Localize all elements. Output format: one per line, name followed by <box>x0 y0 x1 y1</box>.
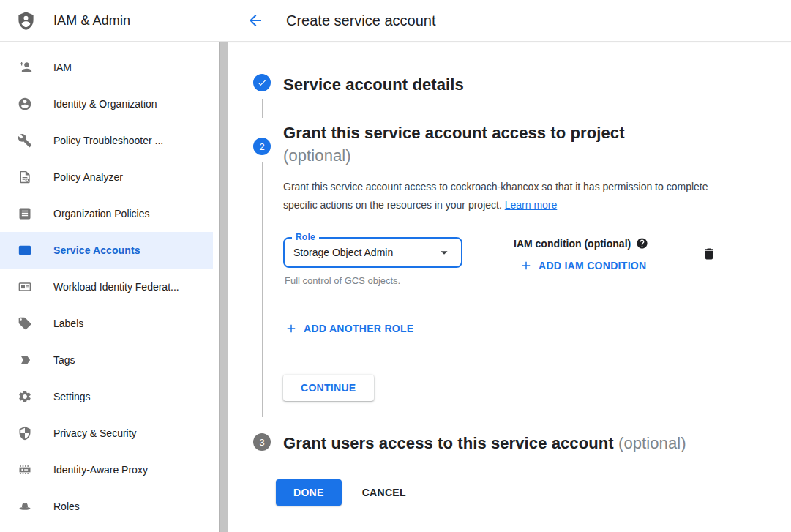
continue-button[interactable]: CONTINUE <box>283 375 374 401</box>
page-title: Create service account <box>286 12 436 29</box>
sidebar-item-tags[interactable]: Tags <box>0 342 213 378</box>
page-header: Create service account <box>228 0 791 42</box>
add-another-role-button[interactable]: ADD ANOTHER ROLE <box>285 322 414 335</box>
step1-complete-check-icon <box>253 74 271 91</box>
sidebar-item-label: Policy Analyzer <box>53 171 123 183</box>
sidebar-item-identity-aware-proxy[interactable]: Identity-Aware Proxy <box>0 452 213 488</box>
iam-admin-shield-icon <box>16 11 36 31</box>
form-footer: DONE CANCEL <box>276 479 791 506</box>
step3-optional-suffix: (optional) <box>618 434 686 452</box>
step-service-account-details: Service account details <box>253 74 791 118</box>
role-selected-value: Storage Object Admin <box>293 247 436 258</box>
sidebar-item-privacy-security[interactable]: Privacy & Security <box>0 415 213 452</box>
hat-icon <box>18 499 32 514</box>
sidebar-header: IAM & Admin <box>0 0 228 42</box>
document-check-icon <box>18 170 32 184</box>
sidebar-item-label: Policy Troubleshooter ... <box>53 135 163 146</box>
product-title: IAM & Admin <box>53 13 130 29</box>
id-card-icon <box>18 280 32 294</box>
label-important-icon <box>18 353 32 367</box>
iam-condition-label: IAM condition (optional) <box>514 238 631 250</box>
role-helper-text: Full control of GCS objects. <box>285 275 462 286</box>
help-icon[interactable] <box>636 237 648 250</box>
shield-half-icon <box>18 426 32 441</box>
sidebar-item-label: Tags <box>53 354 75 366</box>
cancel-button[interactable]: CANCEL <box>362 487 406 498</box>
step2-number-badge: 2 <box>253 138 271 155</box>
tag-icon <box>18 316 32 331</box>
sidebar-item-labels[interactable]: Labels <box>0 305 213 342</box>
sidebar-item-label: Service Accounts <box>53 244 140 256</box>
step-grant-users-access: 3 Grant users access to this service acc… <box>253 433 791 454</box>
sidebar-item-iam[interactable]: IAM <box>0 49 213 86</box>
sidebar-item-label: Privacy & Security <box>53 427 137 439</box>
done-button[interactable]: DONE <box>276 479 342 506</box>
role-row: Role Storage Object Admin Full control o… <box>283 237 716 286</box>
chevron-down-icon <box>436 244 452 261</box>
sidebar: IAM & Admin IAM Identity & Organization … <box>0 0 228 532</box>
role-field-label: Role <box>292 232 319 242</box>
sidebar-item-identity-organization[interactable]: Identity & Organization <box>0 86 213 122</box>
sidebar-item-label: Settings <box>53 391 91 402</box>
iam-condition-section: IAM condition (optional) ADD IAM CONDITI… <box>514 237 648 275</box>
sidebar-item-workload-identity-federation[interactable]: Workload Identity Federat... <box>0 269 213 305</box>
step2-title: Grant this service account access to pro… <box>283 121 693 167</box>
sidebar-item-label: Identity & Organization <box>53 98 157 110</box>
step-grant-access-to-project: 2 Grant this service account access to p… <box>253 138 791 419</box>
sidebar-item-label: IAM <box>53 61 72 73</box>
step2-rail: 2 <box>253 138 271 419</box>
sidebar-item-label: Identity-Aware Proxy <box>53 464 148 476</box>
person-add-icon <box>18 60 32 75</box>
account-circle-icon <box>18 97 32 111</box>
delete-role-trash-icon[interactable] <box>702 246 716 262</box>
sidebar-item-label: Roles <box>53 501 80 512</box>
step3-number-badge: 3 <box>253 433 271 451</box>
sidebar-item-policy-troubleshooter[interactable]: Policy Troubleshooter ... <box>0 122 213 159</box>
sidebar-item-label: Labels <box>53 318 83 329</box>
step3-rail: 3 <box>253 433 271 454</box>
step3-title: Grant users access to this service accou… <box>283 432 686 454</box>
step2-description: Grant this service account access to coc… <box>283 178 716 214</box>
sidebar-item-organization-policies[interactable]: Organization Policies <box>0 195 213 232</box>
arrow-back-icon[interactable] <box>247 12 264 29</box>
proxy-icon <box>18 462 32 477</box>
step2-optional-suffix: (optional) <box>283 146 351 165</box>
add-iam-condition-button[interactable]: ADD IAM CONDITION <box>520 259 646 272</box>
sidebar-item-roles[interactable]: Roles <box>0 488 213 525</box>
create-service-account-form: Service account details 2 Grant this ser… <box>228 42 791 532</box>
main-panel: Create service account Service account d… <box>228 0 791 532</box>
learn-more-link[interactable]: Learn more <box>505 199 558 211</box>
sidebar-item-label: Workload Identity Federat... <box>53 281 179 293</box>
step-connector <box>262 162 263 417</box>
sidebar-item-label: Organization Policies <box>53 208 150 220</box>
plus-icon <box>520 259 533 272</box>
wrench-icon <box>18 133 32 148</box>
step1-title: Service account details <box>283 73 464 96</box>
step-connector <box>262 99 263 118</box>
sidebar-scrollbar[interactable] <box>219 42 228 532</box>
step1-rail <box>253 74 271 118</box>
sidebar-nav: IAM Identity & Organization Policy Troub… <box>0 42 228 525</box>
sidebar-item-settings[interactable]: Settings <box>0 378 213 415</box>
sidebar-item-policy-analyzer[interactable]: Policy Analyzer <box>0 159 213 195</box>
role-select[interactable]: Role Storage Object Admin <box>283 237 462 268</box>
sidebar-item-service-accounts[interactable]: Service Accounts <box>0 232 213 269</box>
service-account-key-icon <box>18 243 32 258</box>
plus-icon <box>285 322 298 335</box>
gear-icon <box>18 389 32 404</box>
article-icon <box>18 206 32 221</box>
